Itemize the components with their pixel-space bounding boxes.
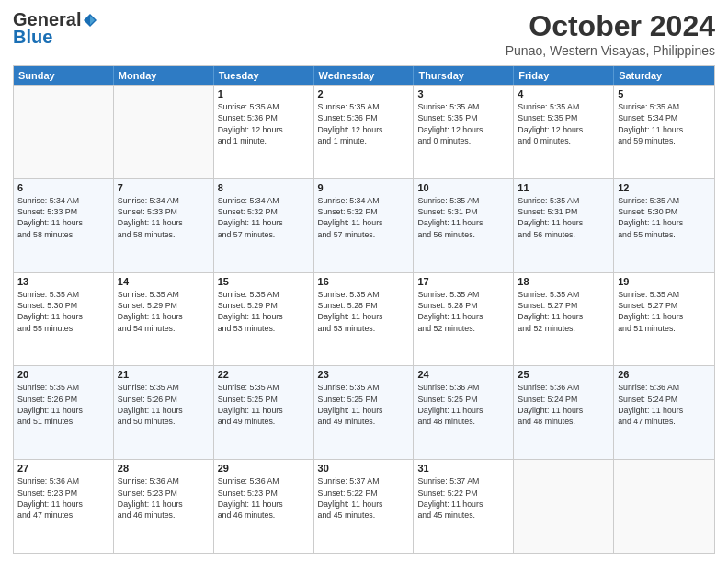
day-info: Sunrise: 5:35 AM Sunset: 5:28 PM Dayligh…: [417, 289, 509, 334]
calendar-week-1: 1Sunrise: 5:35 AM Sunset: 5:36 PM Daylig…: [14, 85, 714, 178]
calendar-week-5: 27Sunrise: 5:36 AM Sunset: 5:23 PM Dayli…: [14, 459, 714, 553]
day-info: Sunrise: 5:35 AM Sunset: 5:29 PM Dayligh…: [118, 289, 210, 334]
cal-day-16: 16Sunrise: 5:35 AM Sunset: 5:28 PM Dayli…: [314, 273, 415, 366]
day-info: Sunrise: 5:36 AM Sunset: 5:23 PM Dayligh…: [17, 476, 109, 521]
cal-day-empty: [614, 460, 714, 553]
date-number: 15: [218, 276, 310, 287]
date-number: 1: [218, 88, 310, 99]
date-number: 14: [118, 276, 210, 287]
day-header-monday: Monday: [114, 66, 214, 85]
cal-day-27: 27Sunrise: 5:36 AM Sunset: 5:23 PM Dayli…: [14, 460, 114, 553]
day-info: Sunrise: 5:35 AM Sunset: 5:31 PM Dayligh…: [518, 195, 609, 240]
day-header-thursday: Thursday: [414, 66, 514, 85]
cal-day-empty: [14, 86, 114, 178]
day-info: Sunrise: 5:35 AM Sunset: 5:28 PM Dayligh…: [318, 289, 410, 334]
date-number: 12: [618, 182, 711, 193]
date-number: 9: [318, 182, 410, 193]
day-info: Sunrise: 5:37 AM Sunset: 5:22 PM Dayligh…: [318, 476, 410, 521]
day-info: Sunrise: 5:37 AM Sunset: 5:22 PM Dayligh…: [417, 476, 509, 521]
calendar-week-4: 20Sunrise: 5:35 AM Sunset: 5:26 PM Dayli…: [14, 365, 714, 459]
day-info: Sunrise: 5:35 AM Sunset: 5:31 PM Dayligh…: [417, 195, 509, 240]
date-number: 10: [417, 182, 509, 193]
day-header-friday: Friday: [514, 66, 614, 85]
cal-day-25: 25Sunrise: 5:36 AM Sunset: 5:24 PM Dayli…: [514, 366, 614, 459]
calendar-body: 1Sunrise: 5:35 AM Sunset: 5:36 PM Daylig…: [14, 85, 714, 553]
day-info: Sunrise: 5:35 AM Sunset: 5:25 PM Dayligh…: [318, 382, 410, 427]
cal-day-28: 28Sunrise: 5:36 AM Sunset: 5:23 PM Dayli…: [114, 460, 214, 553]
cal-day-24: 24Sunrise: 5:36 AM Sunset: 5:25 PM Dayli…: [414, 366, 514, 459]
day-info: Sunrise: 5:35 AM Sunset: 5:34 PM Dayligh…: [618, 101, 711, 146]
cal-day-9: 9Sunrise: 5:34 AM Sunset: 5:32 PM Daylig…: [314, 179, 415, 272]
calendar-header: SundayMondayTuesdayWednesdayThursdayFrid…: [14, 66, 714, 85]
date-number: 18: [518, 276, 609, 287]
cal-day-17: 17Sunrise: 5:35 AM Sunset: 5:28 PM Dayli…: [414, 273, 514, 366]
cal-day-11: 11Sunrise: 5:35 AM Sunset: 5:31 PM Dayli…: [514, 179, 614, 272]
cal-day-14: 14Sunrise: 5:35 AM Sunset: 5:29 PM Dayli…: [114, 273, 214, 366]
date-number: 2: [318, 88, 410, 99]
date-number: 27: [17, 463, 109, 474]
day-info: Sunrise: 5:35 AM Sunset: 5:26 PM Dayligh…: [17, 382, 109, 427]
logo-blue: Blue: [13, 27, 52, 48]
date-number: 16: [318, 276, 410, 287]
cal-day-31: 31Sunrise: 5:37 AM Sunset: 5:22 PM Dayli…: [414, 460, 514, 553]
date-number: 11: [518, 182, 609, 193]
day-info: Sunrise: 5:35 AM Sunset: 5:36 PM Dayligh…: [318, 101, 410, 146]
cal-day-21: 21Sunrise: 5:35 AM Sunset: 5:26 PM Dayli…: [114, 366, 214, 459]
date-number: 24: [417, 369, 509, 380]
cal-day-empty: [114, 86, 214, 178]
cal-day-18: 18Sunrise: 5:35 AM Sunset: 5:27 PM Dayli…: [514, 273, 614, 366]
calendar-week-3: 13Sunrise: 5:35 AM Sunset: 5:30 PM Dayli…: [14, 272, 714, 366]
day-info: Sunrise: 5:36 AM Sunset: 5:24 PM Dayligh…: [518, 382, 609, 427]
date-number: 29: [218, 463, 310, 474]
date-number: 22: [218, 369, 310, 380]
day-info: Sunrise: 5:34 AM Sunset: 5:33 PM Dayligh…: [17, 195, 109, 240]
day-header-tuesday: Tuesday: [214, 66, 314, 85]
day-info: Sunrise: 5:35 AM Sunset: 5:27 PM Dayligh…: [618, 289, 711, 334]
cal-day-15: 15Sunrise: 5:35 AM Sunset: 5:29 PM Dayli…: [214, 273, 314, 366]
day-info: Sunrise: 5:35 AM Sunset: 5:26 PM Dayligh…: [118, 382, 210, 427]
subtitle: Punao, Western Visayas, Philippines: [506, 43, 715, 58]
logo: General Blue: [13, 9, 99, 48]
date-number: 7: [118, 182, 210, 193]
day-info: Sunrise: 5:35 AM Sunset: 5:35 PM Dayligh…: [417, 101, 509, 146]
date-number: 31: [417, 463, 509, 474]
date-number: 25: [518, 369, 609, 380]
cal-day-13: 13Sunrise: 5:35 AM Sunset: 5:30 PM Dayli…: [14, 273, 114, 366]
cal-day-12: 12Sunrise: 5:35 AM Sunset: 5:30 PM Dayli…: [614, 179, 714, 272]
day-info: Sunrise: 5:35 AM Sunset: 5:27 PM Dayligh…: [518, 289, 609, 334]
cal-day-20: 20Sunrise: 5:35 AM Sunset: 5:26 PM Dayli…: [14, 366, 114, 459]
cal-day-6: 6Sunrise: 5:34 AM Sunset: 5:33 PM Daylig…: [14, 179, 114, 272]
day-info: Sunrise: 5:35 AM Sunset: 5:36 PM Dayligh…: [218, 101, 310, 146]
date-number: 20: [17, 369, 109, 380]
cal-day-7: 7Sunrise: 5:34 AM Sunset: 5:33 PM Daylig…: [114, 179, 214, 272]
date-number: 13: [17, 276, 109, 287]
day-header-sunday: Sunday: [14, 66, 114, 85]
day-info: Sunrise: 5:36 AM Sunset: 5:24 PM Dayligh…: [618, 382, 711, 427]
day-info: Sunrise: 5:35 AM Sunset: 5:30 PM Dayligh…: [618, 195, 711, 240]
day-info: Sunrise: 5:34 AM Sunset: 5:33 PM Dayligh…: [118, 195, 210, 240]
day-info: Sunrise: 5:34 AM Sunset: 5:32 PM Dayligh…: [218, 195, 310, 240]
date-number: 21: [118, 369, 210, 380]
date-number: 3: [417, 88, 509, 99]
day-info: Sunrise: 5:36 AM Sunset: 5:23 PM Dayligh…: [218, 476, 310, 521]
date-number: 17: [417, 276, 509, 287]
main-title: October 2024: [506, 9, 715, 43]
cal-day-23: 23Sunrise: 5:35 AM Sunset: 5:25 PM Dayli…: [314, 366, 415, 459]
day-info: Sunrise: 5:36 AM Sunset: 5:23 PM Dayligh…: [118, 476, 210, 521]
header: General Blue October 2024 Punao, Western…: [13, 9, 715, 58]
cal-day-29: 29Sunrise: 5:36 AM Sunset: 5:23 PM Dayli…: [214, 460, 314, 553]
date-number: 5: [618, 88, 711, 99]
day-info: Sunrise: 5:35 AM Sunset: 5:30 PM Dayligh…: [17, 289, 109, 334]
date-number: 30: [318, 463, 410, 474]
title-block: October 2024 Punao, Western Visayas, Phi…: [506, 9, 715, 58]
cal-day-30: 30Sunrise: 5:37 AM Sunset: 5:22 PM Dayli…: [314, 460, 415, 553]
calendar: SundayMondayTuesdayWednesdayThursdayFrid…: [13, 65, 715, 554]
day-info: Sunrise: 5:35 AM Sunset: 5:35 PM Dayligh…: [518, 101, 609, 146]
date-number: 4: [518, 88, 609, 99]
date-number: 23: [318, 369, 410, 380]
day-info: Sunrise: 5:35 AM Sunset: 5:29 PM Dayligh…: [218, 289, 310, 334]
logo-icon: [82, 12, 98, 29]
day-info: Sunrise: 5:36 AM Sunset: 5:25 PM Dayligh…: [417, 382, 509, 427]
cal-day-8: 8Sunrise: 5:34 AM Sunset: 5:32 PM Daylig…: [214, 179, 314, 272]
day-info: Sunrise: 5:34 AM Sunset: 5:32 PM Dayligh…: [318, 195, 410, 240]
